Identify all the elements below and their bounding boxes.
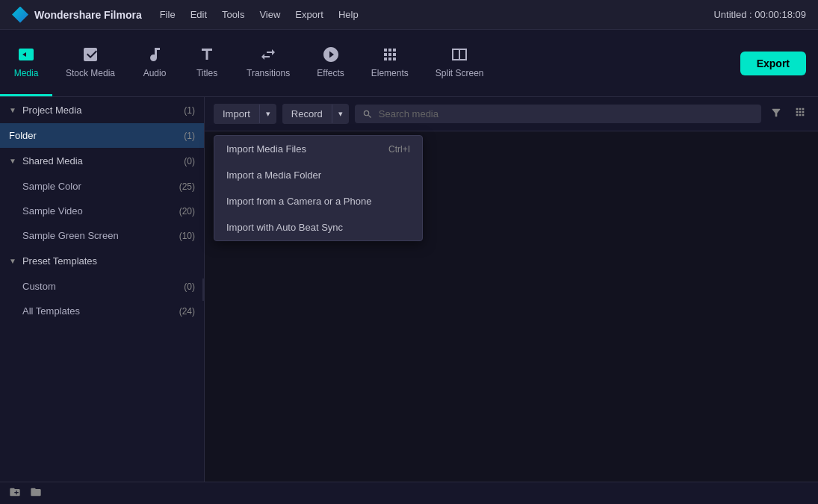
menu-tools[interactable]: Tools (222, 6, 244, 23)
record-dropdown-arrow[interactable]: ▾ (332, 105, 349, 123)
sidebar-item-sample-color[interactable]: Sample Color (25) (0, 174, 204, 199)
chevron-down-icon-templates: ▼ (9, 257, 16, 265)
sidebar-preset-templates[interactable]: ▼ Preset Templates (0, 248, 204, 274)
import-button-group: Import ▾ (214, 104, 276, 124)
content-toolbar: Import ▾ Import Media Files Ctrl+I Impor… (205, 97, 818, 131)
sidebar: ▼ Project Media (1) Folder (1) ▼ Shared … (0, 97, 205, 482)
split-screen-icon (450, 46, 468, 63)
search-icon (362, 109, 373, 119)
import-button-container: Import ▾ Import Media Files Ctrl+I Impor… (214, 104, 276, 124)
all-templates-count: (24) (179, 306, 195, 317)
shared-media-count: (0) (184, 156, 195, 167)
stock-media-icon (81, 46, 99, 63)
sample-green-screen-count: (10) (179, 231, 195, 241)
search-box (355, 105, 761, 123)
folder-label: Folder (9, 130, 37, 141)
app-logo: Wondershare Filmora (12, 7, 142, 23)
content-area: Import ▾ Import Media Files Ctrl+I Impor… (205, 97, 818, 482)
effects-icon (322, 46, 340, 63)
chevron-down-icon: ▼ (9, 106, 16, 114)
import-files-shortcut: Ctrl+I (388, 144, 410, 155)
import-folder-label: Import a Media Folder (226, 169, 321, 181)
toolbar-audio[interactable]: Audio (128, 30, 181, 96)
bottom-bar (0, 482, 818, 504)
dropdown-item-import-camera[interactable]: Import from a Camera or a Phone (214, 188, 422, 214)
main-area: ▼ Project Media (1) Folder (1) ▼ Shared … (0, 97, 818, 482)
elements-label: Elements (371, 68, 409, 78)
toolbar-titles[interactable]: Titles (181, 30, 233, 96)
toolbar-elements[interactable]: Elements (358, 30, 422, 96)
menu-view[interactable]: View (259, 6, 280, 23)
sidebar-item-all-templates[interactable]: All Templates (24) (0, 299, 204, 323)
toolbar-transitions[interactable]: Transitions (233, 30, 303, 96)
filter-button[interactable] (767, 104, 785, 125)
toolbar-stock-media[interactable]: Stock Media (52, 30, 128, 96)
app-logo-icon (12, 7, 28, 23)
record-button-group: Record ▾ (282, 104, 349, 124)
sidebar-item-custom[interactable]: Custom (0) (0, 274, 204, 299)
sidebar-shared-media[interactable]: ▼ Shared Media (0) (0, 148, 204, 174)
grid-icon (794, 106, 806, 118)
toolbar-effects[interactable]: Effects (303, 30, 357, 96)
filter-icon (770, 107, 782, 119)
custom-count: (0) (184, 281, 195, 292)
transitions-icon (259, 46, 277, 63)
add-folder-icon[interactable] (9, 486, 21, 500)
all-templates-label: All Templates (22, 305, 80, 317)
effects-label: Effects (317, 68, 344, 78)
import-dropdown-menu: Import Media Files Ctrl+I Import a Media… (214, 135, 423, 241)
dropdown-item-import-files[interactable]: Import Media Files Ctrl+I (214, 136, 422, 162)
bottom-bar-icons (9, 486, 42, 500)
export-button[interactable]: Export (740, 52, 806, 75)
toolbar-split-screen[interactable]: Split Screen (422, 30, 498, 96)
dropdown-item-import-beat-sync[interactable]: Import with Auto Beat Sync (214, 214, 422, 240)
media-label: Media (14, 68, 39, 78)
chevron-down-icon-shared: ▼ (9, 157, 16, 165)
preset-templates-label: Preset Templates (22, 255, 97, 267)
project-media-count: (1) (184, 105, 195, 116)
audio-label: Audio (143, 68, 167, 78)
import-dropdown-arrow[interactable]: ▾ (259, 105, 276, 123)
sidebar-item-sample-video[interactable]: Sample Video (20) (0, 199, 204, 223)
sample-video-label: Sample Video (22, 205, 83, 217)
media-icon (17, 46, 35, 63)
sample-color-label: Sample Color (22, 181, 81, 192)
menu-file[interactable]: File (160, 6, 176, 23)
shared-media-label: Shared Media (22, 155, 83, 167)
sample-color-count: (25) (179, 181, 195, 192)
top-bar: Wondershare Filmora File Edit Tools View… (0, 0, 818, 30)
menu-bar: File Edit Tools View Export Help (160, 6, 359, 23)
sidebar-item-sample-green-screen[interactable]: Sample Green Screen (10) (0, 223, 204, 248)
sidebar-project-media[interactable]: ▼ Project Media (1) (0, 97, 204, 123)
custom-label: Custom (22, 281, 56, 292)
titles-label: Titles (196, 68, 217, 78)
sidebar-item-folder[interactable]: Folder (1) (0, 123, 204, 148)
project-media-label: Project Media (22, 105, 81, 116)
toolbar: Media Stock Media Audio Titles Transitio… (0, 30, 818, 97)
search-input[interactable] (379, 108, 754, 119)
elements-icon (381, 46, 399, 63)
sample-video-count: (20) (179, 206, 195, 217)
menu-edit[interactable]: Edit (190, 6, 207, 23)
menu-export[interactable]: Export (295, 6, 323, 23)
folder-count: (1) (184, 131, 195, 141)
record-button[interactable]: Record (282, 104, 332, 124)
audio-icon (146, 46, 164, 63)
new-folder-icon[interactable] (30, 486, 42, 500)
grid-view-button[interactable] (791, 103, 809, 125)
project-title: Untitled : 00:00:18:09 (713, 9, 806, 20)
split-screen-label: Split Screen (436, 68, 484, 78)
menu-help[interactable]: Help (338, 6, 359, 23)
sample-green-screen-label: Sample Green Screen (22, 230, 119, 241)
import-button[interactable]: Import (214, 104, 259, 124)
toolbar-media[interactable]: Media (0, 30, 52, 96)
titles-icon (198, 46, 216, 63)
stock-media-label: Stock Media (66, 68, 115, 78)
transitions-label: Transitions (247, 68, 290, 78)
import-camera-label: Import from a Camera or a Phone (226, 196, 371, 207)
import-beat-sync-label: Import with Auto Beat Sync (226, 222, 343, 233)
app-name: Wondershare Filmora (34, 9, 142, 21)
import-files-label: Import Media Files (226, 143, 306, 155)
dropdown-item-import-folder[interactable]: Import a Media Folder (214, 162, 422, 188)
